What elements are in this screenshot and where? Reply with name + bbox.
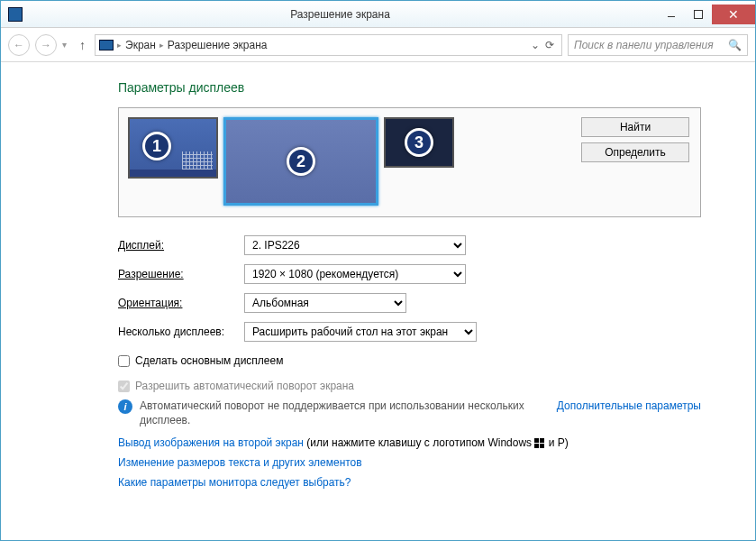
maximize-button[interactable] (685, 5, 712, 24)
info-icon: i (118, 399, 132, 414)
window-title: Разрешение экрана (23, 8, 658, 21)
breadcrumb[interactable]: ▸ Экран ▸ Разрешение экрана ⌄ ⟳ (95, 34, 562, 56)
info-text: Автоматический поворот не поддерживается… (140, 399, 550, 427)
which-settings-link[interactable]: Какие параметры монитора следует выбрать… (118, 476, 351, 489)
monitor-2-badge: 2 (287, 147, 315, 176)
display-preview[interactable]: 1 2 3 Найти Определить (118, 107, 701, 217)
back-button[interactable]: ← (8, 34, 30, 56)
make-primary-label: Сделать основным дисплеем (135, 354, 283, 367)
project-link[interactable]: Вывод изображения на второй экран (118, 436, 304, 449)
monitor-3[interactable]: 3 (384, 117, 454, 168)
svg-rect-1 (540, 438, 544, 443)
page-heading: Параметры дисплеев (118, 80, 701, 95)
orientation-label: Ориентация: (118, 297, 244, 309)
multi-display-select[interactable]: Расширить рабочий стол на этот экран (244, 322, 477, 342)
resolution-select[interactable]: 1920 × 1080 (рекомендуется) (244, 264, 466, 284)
refresh-icon[interactable]: ⟳ (545, 39, 554, 51)
orientation-select[interactable]: Альбомная (244, 293, 406, 313)
auto-rotate-label: Разрешить автоматический поворот экрана (135, 380, 354, 392)
up-button[interactable]: ↑ (79, 38, 86, 52)
chevron-right-icon: ▸ (117, 41, 122, 50)
app-icon (8, 7, 23, 22)
find-button[interactable]: Найти (581, 117, 689, 137)
monitor-icon (99, 40, 114, 50)
text-size-link[interactable]: Изменение размеров текста и других элеме… (118, 456, 362, 469)
monitor-1[interactable]: 1 (128, 117, 218, 179)
history-dropdown-icon[interactable]: ▾ (62, 40, 67, 50)
project-tail-a: (или нажмите клавишу с логотипом Windows (304, 436, 534, 449)
monitor-3-badge: 3 (405, 128, 433, 157)
svg-rect-3 (540, 444, 544, 448)
forward-button[interactable]: → (35, 34, 57, 56)
breadcrumb-root[interactable]: Экран (125, 39, 156, 51)
search-placeholder: Поиск в панели управления (574, 39, 714, 51)
windows-logo-icon (534, 438, 545, 449)
make-primary-checkbox[interactable] (118, 355, 130, 367)
advanced-settings-link[interactable]: Дополнительные параметры (557, 399, 701, 412)
display-select[interactable]: 2. IPS226 (244, 235, 466, 255)
search-icon[interactable]: 🔍 (728, 39, 742, 51)
search-input[interactable]: Поиск в панели управления 🔍 (568, 34, 748, 56)
minimize-button[interactable] (658, 5, 685, 24)
breadcrumb-current[interactable]: Разрешение экрана (168, 39, 268, 51)
monitor-1-badge: 1 (142, 132, 171, 160)
identify-button[interactable]: Определить (581, 142, 689, 162)
resolution-label: Разрешение: (118, 268, 244, 280)
project-tail-b: и P) (545, 436, 568, 449)
close-button[interactable]: ✕ (712, 5, 755, 24)
auto-rotate-checkbox (118, 381, 130, 392)
svg-rect-2 (534, 444, 539, 448)
monitor-2-selected[interactable]: 2 (223, 117, 378, 206)
titlebar: Разрешение экрана ✕ (1, 1, 755, 28)
multi-display-label: Несколько дисплеев: (118, 326, 244, 338)
dropdown-icon[interactable]: ⌄ (531, 39, 540, 51)
display-label: Дисплей: (118, 239, 244, 252)
chevron-right-icon: ▸ (159, 41, 164, 50)
navbar: ← → ▾ ↑ ▸ Экран ▸ Разрешение экрана ⌄ ⟳ … (1, 28, 755, 62)
svg-rect-0 (534, 438, 539, 443)
